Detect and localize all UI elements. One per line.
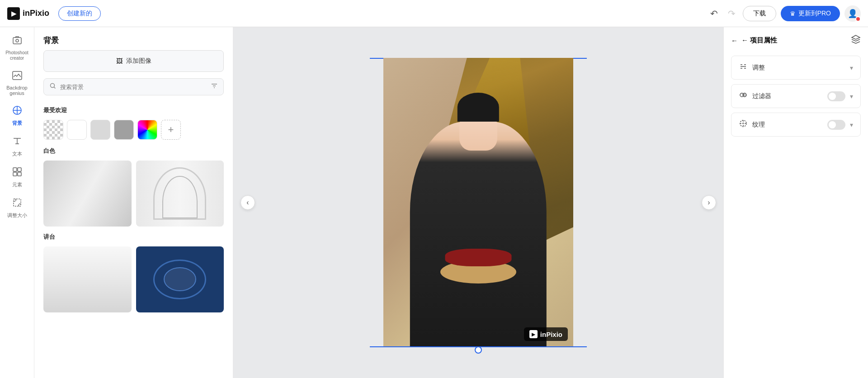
white-thumb-1[interactable] bbox=[43, 161, 132, 227]
search-icon bbox=[49, 82, 57, 91]
stage-thumb-2[interactable] bbox=[136, 246, 224, 312]
texture-icon bbox=[739, 119, 748, 130]
left-panel: 背景 🖼 添加图像 最受欢迎 bbox=[34, 27, 233, 378]
adjust-label: 调整 bbox=[752, 64, 845, 72]
swatch-add-button[interactable]: + bbox=[161, 120, 181, 140]
main-layout: Photoshoot creator Backdrop genius 背景 bbox=[0, 27, 868, 378]
upgrade-label: 更新到PRO bbox=[798, 9, 831, 18]
texture-toggle[interactable] bbox=[827, 120, 845, 130]
svg-point-1 bbox=[16, 39, 19, 42]
filter-row[interactable]: 过滤器 ▾ bbox=[731, 85, 860, 108]
canvas-nav-left-button[interactable]: ‹ bbox=[241, 195, 255, 210]
add-image-label: 添加图像 bbox=[126, 57, 151, 65]
svg-point-11 bbox=[743, 93, 746, 97]
photoshoot-label: Photoshoot creator bbox=[5, 50, 30, 61]
swatches-row: + bbox=[43, 120, 224, 140]
sidebar-item-elements[interactable]: 元素 bbox=[2, 163, 33, 192]
filter-icon[interactable] bbox=[211, 82, 218, 91]
search-bar bbox=[43, 78, 224, 95]
canvas-bottom-handle[interactable] bbox=[475, 346, 482, 354]
texture-section: 纹理 ▾ bbox=[731, 113, 861, 137]
redo-button[interactable]: ↷ bbox=[725, 6, 738, 21]
filter-chevron-icon: ▾ bbox=[850, 93, 853, 100]
download-button[interactable]: 下载 bbox=[743, 6, 776, 21]
avatar-button[interactable]: 👤 bbox=[844, 5, 861, 22]
filter-icon bbox=[739, 90, 748, 102]
chevron-left-icon: ‹ bbox=[246, 198, 249, 207]
canvas-frame: ▶ inPixio bbox=[383, 58, 573, 347]
undo-button[interactable]: ↶ bbox=[708, 6, 721, 21]
elements-icon bbox=[12, 166, 23, 180]
logo-icon: ▶ bbox=[7, 7, 20, 20]
add-image-button[interactable]: 🖼 添加图像 bbox=[43, 50, 224, 72]
canvas-area: ‹ ▶ inPixio bbox=[233, 27, 723, 378]
back-arrow-icon: ← bbox=[731, 37, 738, 44]
sidebar-item-text[interactable]: 文本 bbox=[2, 132, 33, 161]
back-link[interactable]: ← ← 项目属性 bbox=[731, 36, 777, 45]
sidebar-item-background[interactable]: 背景 bbox=[2, 101, 33, 130]
adjust-section: 调整 ▾ bbox=[731, 56, 861, 80]
sidebar-item-resize[interactable]: 调整大小 bbox=[2, 194, 33, 222]
adjust-icon bbox=[739, 62, 748, 73]
upgrade-pro-button[interactable]: ♛ 更新到PRO bbox=[781, 6, 840, 21]
chevron-right-icon: › bbox=[708, 198, 710, 207]
header: ▶ inPixio 创建新的 ↶ ↷ 下载 ♛ 更新到PRO 👤 bbox=[0, 0, 868, 27]
backdrop-icon bbox=[12, 70, 23, 84]
panel-scroll: 最受欢迎 + 白色 bbox=[34, 102, 233, 378]
stage-thumb-1[interactable] bbox=[43, 246, 132, 312]
swatch-gray[interactable] bbox=[114, 120, 134, 140]
layers-button[interactable] bbox=[851, 34, 861, 47]
texture-label: 纹理 bbox=[752, 121, 823, 129]
crown-icon: ♛ bbox=[790, 10, 796, 17]
filter-section: 过滤器 ▾ bbox=[731, 84, 861, 108]
swatch-white[interactable] bbox=[67, 120, 87, 140]
svg-rect-8 bbox=[14, 199, 21, 206]
texture-chevron-icon: ▾ bbox=[850, 121, 853, 128]
logo: ▶ inPixio bbox=[7, 7, 49, 20]
backdrop-label: Backdrop genius bbox=[5, 85, 30, 96]
text-label: 文本 bbox=[12, 151, 22, 157]
texture-toggle-knob bbox=[829, 121, 836, 128]
svg-rect-7 bbox=[18, 172, 21, 176]
swatch-transparent[interactable] bbox=[43, 120, 63, 140]
add-image-icon: 🖼 bbox=[116, 57, 123, 65]
watermark: ▶ inPixio bbox=[524, 327, 568, 341]
filter-label: 过滤器 bbox=[752, 92, 823, 100]
background-icon bbox=[12, 105, 23, 118]
logo-text: inPixio bbox=[23, 9, 49, 18]
white-image-grid bbox=[43, 161, 224, 227]
arch-visual bbox=[136, 161, 224, 227]
white-thumb-2[interactable] bbox=[136, 161, 224, 227]
filter-toggle[interactable] bbox=[827, 91, 845, 101]
watermark-logo-icon: ▶ bbox=[529, 330, 538, 338]
sidebar-item-backdrop[interactable]: Backdrop genius bbox=[2, 66, 33, 99]
filter-toggle-knob bbox=[829, 93, 836, 100]
arch-inner bbox=[153, 167, 206, 220]
texture-row[interactable]: 纹理 ▾ bbox=[731, 113, 860, 136]
canvas-nav-right-button[interactable]: › bbox=[702, 195, 716, 210]
left-panel-title: 背景 bbox=[34, 27, 233, 50]
search-input[interactable] bbox=[60, 84, 207, 90]
right-panel-header: ← ← 项目属性 bbox=[731, 34, 861, 47]
canvas-image-container[interactable]: ▶ inPixio bbox=[383, 58, 573, 347]
background-label: 背景 bbox=[12, 120, 22, 127]
svg-rect-5 bbox=[18, 168, 21, 171]
white-section-title: 白色 bbox=[43, 147, 224, 155]
right-panel: ← ← 项目属性 调整 ▾ bbox=[723, 27, 868, 378]
watermark-text: inPixio bbox=[540, 331, 562, 338]
adjust-chevron-icon: ▾ bbox=[850, 64, 853, 71]
svg-rect-0 bbox=[13, 38, 21, 44]
svg-rect-4 bbox=[13, 168, 17, 171]
create-new-button[interactable]: 创建新的 bbox=[58, 6, 101, 21]
sidebar-icons: Photoshoot creator Backdrop genius 背景 bbox=[0, 27, 34, 378]
most-popular-title: 最受欢迎 bbox=[43, 106, 224, 114]
photoshoot-icon bbox=[12, 35, 23, 49]
svg-point-9 bbox=[51, 84, 55, 88]
elements-label: 元素 bbox=[12, 181, 22, 188]
swatch-rainbow[interactable] bbox=[137, 120, 157, 140]
sidebar-item-photoshoot[interactable]: Photoshoot creator bbox=[2, 32, 33, 65]
adjust-row[interactable]: 调整 ▾ bbox=[731, 56, 860, 79]
resize-icon bbox=[12, 197, 23, 211]
swatch-light-gray[interactable] bbox=[90, 120, 110, 140]
header-actions: ↶ ↷ 下载 ♛ 更新到PRO 👤 bbox=[708, 5, 861, 22]
